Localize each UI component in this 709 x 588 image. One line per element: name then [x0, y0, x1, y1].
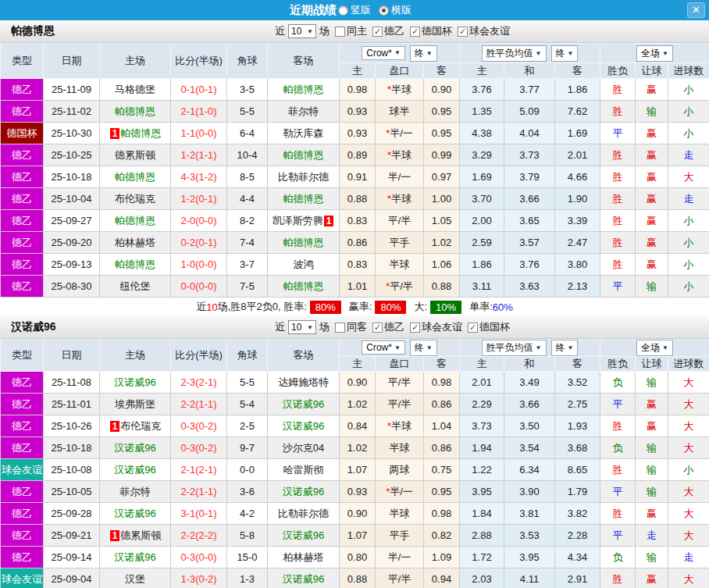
away-team-cell: 汉诺威96 — [268, 394, 340, 415]
col-header: 客场 — [268, 44, 340, 79]
score-cell: 1-2(1-1) — [171, 144, 227, 166]
europe-odds-select[interactable]: 胜平负均值▼ — [482, 340, 547, 356]
europe-away-odds: 2.01 — [555, 144, 600, 166]
col-header: 主场 — [100, 44, 171, 79]
match-count-select[interactable]: 10▼ — [288, 24, 316, 38]
date-cell: 25-10-18 — [44, 166, 100, 188]
handicap-cell: 平/半 — [376, 372, 424, 394]
col-header: 类型 — [1, 44, 44, 79]
wdl-result: 胜 — [600, 568, 636, 588]
asia-away-odds: 0.99 — [424, 144, 460, 166]
goals-result: 小 — [668, 210, 709, 232]
big-rate-label: 大: — [414, 300, 427, 314]
score-cell: 2-2(2-2) — [171, 525, 227, 547]
match-count-select[interactable]: 10▼ — [288, 320, 316, 334]
wdl-result: 胜 — [600, 144, 636, 166]
away-team-name: 汉诺威96 — [283, 486, 324, 497]
layout-radio-group: 竖版横版 — [338, 3, 419, 17]
layout-radio-1-selected[interactable] — [379, 5, 389, 16]
score-cell: 1-2(0-1) — [171, 188, 227, 210]
league-type-cell: 德乙 — [1, 188, 44, 210]
scope-select[interactable]: 全场▼ — [636, 45, 673, 62]
handicap-result: 输 — [636, 481, 668, 503]
europe-draw-odds: 3.65 — [504, 210, 555, 232]
away-team-cell: 汉诺威96 — [268, 568, 340, 588]
handicap-result: 赢 — [636, 79, 668, 101]
handicap-cell: 半球 — [376, 503, 424, 525]
asia-final-select[interactable]: 终▼ — [410, 340, 437, 356]
home-team-name: 帕德博恩 — [115, 171, 155, 183]
home-team-cell: 汉诺威96 — [100, 437, 171, 459]
filter-checkbox[interactable]: 同客 — [335, 320, 367, 334]
handicap-result: 输 — [636, 372, 668, 394]
asia-away-odds: 0.98 — [424, 372, 460, 394]
match-row: 球会友谊25-09-04汉堡1-3(0-2)1-3汉诺威960.88平/半0.9… — [1, 568, 709, 588]
handicap-cell: 平/半 — [376, 568, 424, 588]
star-mark: * — [386, 127, 390, 139]
europe-away-odds: 8.65 — [555, 459, 600, 481]
date-cell: 25-09-21 — [44, 525, 100, 547]
handicap-result: 赢 — [636, 503, 668, 525]
filter-checkbox[interactable]: 同主 — [335, 24, 367, 38]
checkbox-checked-icon: ✓ — [372, 27, 383, 37]
home-team-name: 帕德博恩 — [115, 215, 155, 226]
corners-cell: 3-6 — [227, 481, 268, 503]
sub-col-header: 盘口 — [376, 357, 424, 372]
europe-odds-select[interactable]: 胜平负均值▼ — [482, 45, 547, 62]
date-cell: 25-09-13 — [44, 254, 100, 276]
asia-final-select[interactable]: 终▼ — [410, 45, 437, 62]
home-team-name: 汉堡 — [125, 573, 145, 585]
wdl-result: 负 — [600, 437, 636, 459]
wdl-result: 胜 — [600, 415, 636, 437]
date-cell: 25-11-09 — [44, 79, 100, 101]
match-row: 德国杯25-10-301帕德博恩1-1(0-0)6-4勒沃库森0.93*半/一0… — [1, 123, 709, 144]
asia-home-odds: 1.01 — [340, 276, 376, 298]
close-button[interactable]: ✕ — [687, 2, 705, 18]
handicap-cell: 平/半 — [376, 394, 424, 415]
layout-radio-label[interactable]: 横版 — [391, 3, 412, 17]
asia-home-odds: 0.93 — [340, 481, 376, 503]
filter-checkbox[interactable]: ✓德乙 — [372, 24, 404, 38]
filter-checkbox[interactable]: ✓球会友谊 — [458, 24, 510, 38]
checkbox-unchecked-icon — [335, 323, 345, 333]
europe-final-select[interactable]: 终▼ — [551, 45, 579, 62]
filter-checkbox[interactable]: ✓德国杯 — [410, 24, 452, 38]
score-cell: 1-1(0-0) — [171, 123, 227, 144]
handicap-cell: 平手 — [376, 525, 424, 547]
layout-radio-label[interactable]: 竖版 — [351, 3, 371, 17]
star-mark: * — [387, 84, 391, 95]
home-team-cell: 帕德博恩 — [100, 101, 171, 123]
filter-checkbox[interactable]: ✓球会友谊 — [410, 320, 462, 334]
match-row: 德乙25-11-01埃弗斯堡2-2(1-1)5-4汉诺威961.02平/半0.8… — [1, 394, 709, 415]
home-team-cell: 帕德博恩 — [100, 254, 171, 276]
star-mark: * — [387, 420, 391, 432]
filter-checkbox[interactable]: ✓德国杯 — [468, 320, 510, 334]
chevron-down-icon: ▼ — [426, 344, 433, 351]
asia-home-odds: 1.02 — [340, 437, 376, 459]
handicap-rate-label: 赢率: — [349, 300, 372, 314]
europe-home-odds: 2.00 — [460, 210, 504, 232]
scope-select[interactable]: 全场▼ — [636, 340, 673, 356]
chevron-down-icon: ▼ — [568, 344, 574, 351]
league-type-cell: 德乙 — [1, 254, 44, 276]
europe-odds-header: 胜平负均值▼终▼ — [460, 44, 600, 63]
europe-final-select[interactable]: 终▼ — [551, 340, 579, 356]
filter-checkbox[interactable]: ✓德乙 — [372, 320, 404, 334]
chevron-down-icon: ▼ — [568, 50, 574, 57]
handicap-rate-badge: 80% — [375, 301, 406, 314]
asia-away-odds: 1.06 — [424, 254, 460, 276]
bookmaker-select[interactable]: Crow*▼ — [362, 46, 405, 60]
layout-radio-0[interactable] — [338, 5, 348, 16]
date-cell: 25-10-05 — [44, 481, 100, 503]
col-header: 主场 — [100, 340, 171, 372]
asia-away-odds: 0.82 — [424, 525, 460, 547]
home-team-name: 德累斯顿 — [115, 149, 155, 161]
col-header: 日期 — [44, 44, 100, 79]
europe-home-odds: 1.22 — [460, 459, 504, 481]
bookmaker-select[interactable]: Crow*▼ — [362, 340, 405, 355]
away-team-name: 帕德博恩 — [283, 237, 324, 248]
match-count-value: 10 — [291, 322, 301, 333]
asia-odds-header: Crow*▼终▼ — [340, 44, 460, 63]
handicap-result: 赢 — [636, 123, 668, 144]
match-row: 德乙25-09-14汉诺威960-3(0-0)15-0柏林赫塔0.80半/一1.… — [1, 547, 709, 568]
